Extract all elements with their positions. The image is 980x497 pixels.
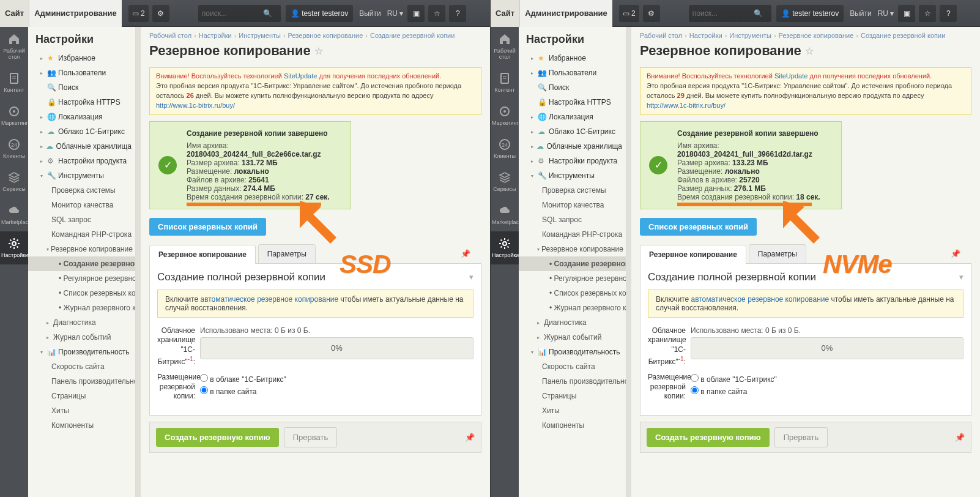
- collapse-handle[interactable]: [136, 27, 141, 497]
- sidebar-sub[interactable]: ▸ Журнал событий: [519, 330, 626, 345]
- rail-gear-icon[interactable]: Настройки: [491, 231, 519, 264]
- siteupdate-link[interactable]: SiteUpdate: [774, 72, 807, 80]
- radio-folder[interactable]: [200, 386, 208, 394]
- window-icon[interactable]: ▣: [407, 5, 425, 22]
- breadcrumb-link[interactable]: Инструменты: [729, 32, 771, 39]
- sidebar-sub-backup-item[interactable]: • Создание резервной копии: [519, 256, 626, 271]
- pin-icon[interactable]: 📌: [465, 433, 475, 442]
- buy-link[interactable]: http://www.1c-bitrix.ru/buy/: [647, 102, 726, 109]
- help-icon[interactable]: ?: [449, 5, 466, 22]
- sidebar-sub-perf[interactable]: Хиты: [519, 403, 626, 418]
- backup-list-button[interactable]: Список резервных копий: [640, 218, 757, 236]
- window-icon[interactable]: ▣: [898, 5, 915, 22]
- sidebar-item[interactable]: ▸★Избранное: [28, 51, 135, 65]
- search-input-wrap[interactable]: 🔍: [689, 5, 771, 22]
- breadcrumb-link[interactable]: Рабочий стол: [640, 32, 682, 39]
- sidebar-sub[interactable]: Командная PHP-строка: [28, 227, 135, 242]
- breadcrumb-link[interactable]: Рабочий стол: [149, 32, 191, 39]
- breadcrumb-link[interactable]: Резервное копирование: [288, 32, 363, 39]
- user-menu[interactable]: 👤 tester testerov: [286, 5, 353, 22]
- pin-icon[interactable]: 📌: [951, 249, 960, 258]
- lang-switcher[interactable]: RU ▾: [387, 9, 404, 18]
- search-input[interactable]: [692, 9, 754, 18]
- sidebar-sub-backup-item[interactable]: • Список резервных копий: [28, 286, 135, 301]
- rail-clock-icon[interactable]: 24Клиенты: [0, 132, 28, 165]
- sidebar-item[interactable]: ▸⚙Настройки продукта: [519, 154, 626, 168]
- sidebar-sub-backup-item[interactable]: • Журнал резервного копирования: [519, 301, 626, 315]
- sidebar-sub[interactable]: ▸ Диагностика: [28, 315, 135, 330]
- rail-target-icon[interactable]: Маркетинг: [0, 99, 28, 132]
- sidebar-item-perf[interactable]: ▾📊Производительность: [28, 345, 135, 359]
- sidebar-item[interactable]: ▸★Избранное: [519, 51, 626, 65]
- sidebar-item[interactable]: ▸☁Облачные хранилища: [28, 139, 135, 154]
- sidebar-sub-backup-item[interactable]: • Регулярное резервное копирование: [28, 271, 135, 286]
- sidebar-item[interactable]: ▾🔧Инструменты: [28, 168, 135, 183]
- sidebar-item[interactable]: ▸⚙Настройки продукта: [28, 154, 135, 168]
- sidebar-item[interactable]: ▸☁Облако 1С-Битрикс: [28, 124, 135, 139]
- sidebar-item[interactable]: 🔍Поиск: [28, 80, 135, 95]
- rail-stack-icon[interactable]: Сервисы: [0, 165, 28, 198]
- gear-icon[interactable]: ⚙: [152, 5, 169, 22]
- pin-icon[interactable]: 📌: [461, 249, 470, 258]
- sidebar-item[interactable]: ▸🌐Локализация: [519, 110, 626, 124]
- help-icon[interactable]: ?: [940, 5, 957, 22]
- tab-backup[interactable]: Резервное копирование: [640, 245, 746, 264]
- gear-icon[interactable]: ⚙: [643, 5, 660, 22]
- collapse-icon[interactable]: ▾: [959, 272, 963, 282]
- messages-button[interactable]: ▭ 2: [128, 5, 149, 22]
- sidebar-sub[interactable]: Монитор качества: [519, 198, 626, 212]
- rail-gear-icon[interactable]: Настройки: [0, 231, 28, 264]
- sidebar-item[interactable]: 🔒Настройка HTTPS: [519, 95, 626, 110]
- star-icon[interactable]: ☆: [919, 5, 936, 22]
- logout-link[interactable]: Выйти: [359, 9, 381, 18]
- sidebar-sub-perf[interactable]: Страницы: [519, 389, 626, 403]
- sidebar-item[interactable]: ▾🔧Инструменты: [519, 168, 626, 183]
- rail-clock-icon[interactable]: 24Клиенты: [491, 132, 519, 165]
- backup-list-button[interactable]: Список резервных копий: [149, 218, 266, 236]
- breadcrumb-link[interactable]: Настройки: [199, 32, 232, 39]
- rail-stack-icon[interactable]: Сервисы: [491, 165, 519, 198]
- sidebar-sub-perf[interactable]: Скорость сайта: [519, 359, 626, 374]
- rail-home-icon[interactable]: Рабочий стол: [491, 27, 519, 66]
- sidebar-sub-perf[interactable]: Страницы: [28, 389, 135, 403]
- sidebar-item[interactable]: ▸👥Пользователи: [519, 65, 626, 80]
- breadcrumb-link[interactable]: Инструменты: [239, 32, 281, 39]
- logout-link[interactable]: Выйти: [850, 9, 872, 18]
- auto-backup-link[interactable]: автоматическое резервное копирование: [691, 295, 829, 304]
- search-input-wrap[interactable]: 🔍: [198, 5, 281, 22]
- search-input[interactable]: [202, 9, 263, 18]
- sidebar-sub-backup-item[interactable]: • Регулярное резервное копирование: [519, 271, 626, 286]
- sidebar-sub[interactable]: ▸ Журнал событий: [28, 330, 135, 345]
- rail-home-icon[interactable]: Рабочий стол: [0, 27, 28, 66]
- sidebar-sub-backup-item[interactable]: • Журнал резервного копирования: [28, 301, 135, 315]
- tab-site[interactable]: Сайт: [491, 0, 520, 27]
- sidebar-item[interactable]: ▸☁Облачные хранилища: [519, 139, 626, 154]
- create-backup-button[interactable]: Создать резервную копию: [156, 428, 279, 447]
- sidebar-sub[interactable]: Монитор качества: [28, 198, 135, 212]
- sidebar-sub-perf[interactable]: Компоненты: [519, 418, 626, 433]
- tab-admin[interactable]: Администрирование: [29, 0, 122, 27]
- tab-params[interactable]: Параметры: [749, 244, 806, 263]
- rail-cloud-icon[interactable]: Marketplace: [0, 198, 28, 231]
- buy-link[interactable]: http://www.1c-bitrix.ru/buy/: [156, 102, 235, 109]
- favorite-star-icon[interactable]: ☆: [314, 45, 323, 57]
- breadcrumb-link[interactable]: Резервное копирование: [779, 32, 854, 39]
- sidebar-item[interactable]: ▸🌐Локализация: [28, 110, 135, 124]
- sidebar-sub-backup-item[interactable]: • Список резервных копий: [519, 286, 626, 301]
- sidebar-sub-backup[interactable]: ▾ Резервное копирование: [519, 242, 626, 256]
- sidebar-sub-perf[interactable]: Скорость сайта: [28, 359, 135, 374]
- rail-document-icon[interactable]: Контент: [491, 66, 519, 99]
- sidebar-sub[interactable]: ▸ Диагностика: [519, 315, 626, 330]
- sidebar-sub-perf[interactable]: Панель производительности: [519, 374, 626, 389]
- sidebar-item-perf[interactable]: ▾📊Производительность: [519, 345, 626, 359]
- rail-target-icon[interactable]: Маркетинг: [491, 99, 519, 132]
- sidebar-sub-perf[interactable]: Панель производительности: [28, 374, 135, 389]
- sidebar-item[interactable]: ▸☁Облако 1С-Битрикс: [519, 124, 626, 139]
- sidebar-sub[interactable]: Проверка системы: [28, 183, 135, 198]
- tab-params[interactable]: Параметры: [258, 244, 316, 263]
- collapse-handle[interactable]: [626, 27, 631, 497]
- auto-backup-link[interactable]: автоматическое резервное копирование: [200, 295, 338, 304]
- sidebar-sub-backup[interactable]: ▾ Резервное копирование: [28, 242, 135, 256]
- sidebar-sub-perf[interactable]: Компоненты: [28, 418, 135, 433]
- messages-button[interactable]: ▭ 2: [619, 5, 639, 22]
